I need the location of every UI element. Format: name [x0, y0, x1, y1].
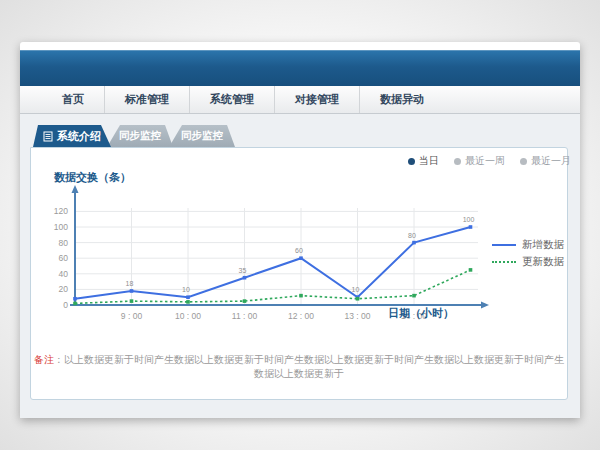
legend-label: 更新数据 — [522, 255, 564, 269]
solid-line-icon — [492, 244, 516, 246]
svg-text:60: 60 — [59, 253, 69, 263]
footnote-label: 备注 — [34, 354, 54, 365]
nav-item-data-change[interactable]: 数据异动 — [359, 86, 444, 113]
filter-label: 当日 — [419, 154, 439, 168]
svg-text:9 : 00: 9 : 00 — [121, 311, 143, 321]
tab-bar: 系统介绍 同步监控 同步监控 — [33, 125, 235, 147]
svg-text:13 : 00: 13 : 00 — [345, 311, 371, 321]
nav-item-standards[interactable]: 标准管理 — [104, 86, 189, 113]
svg-text:10 : 00: 10 : 00 — [175, 311, 201, 321]
svg-text:100: 100 — [463, 216, 475, 223]
filter-today[interactable]: 当日 — [408, 154, 439, 168]
tab-sync-monitor-1[interactable]: 同步监控 — [107, 125, 173, 147]
time-range-filters: 当日 最近一周 最近一月 — [408, 154, 571, 168]
tab-system-intro[interactable]: 系统介绍 — [33, 125, 111, 147]
svg-text:12 : 00: 12 : 00 — [288, 311, 314, 321]
y-axis-title: 数据交换（条） — [54, 170, 131, 185]
svg-text:10: 10 — [182, 286, 190, 293]
svg-text:80: 80 — [408, 232, 416, 239]
svg-text:60: 60 — [295, 247, 303, 254]
filter-label: 最近一月 — [531, 154, 571, 168]
main-nav: 首页 标准管理 系统管理 对接管理 数据异动 — [20, 86, 580, 114]
footnote-text: ：以上数据更新于时间产生数据以上数据更新于时间产生数据以上数据更新于时间产生数据… — [54, 354, 564, 379]
svg-text:20: 20 — [59, 284, 69, 294]
document-grid-icon — [43, 131, 53, 142]
svg-text:11 : 00: 11 : 00 — [232, 311, 258, 321]
nav-item-system[interactable]: 系统管理 — [189, 86, 274, 113]
svg-text:80: 80 — [59, 238, 69, 248]
svg-text:10: 10 — [352, 286, 360, 293]
svg-text:120: 120 — [54, 206, 68, 216]
radio-dot-icon — [454, 158, 461, 165]
legend-item-updated-data: 更新数据 — [492, 253, 564, 270]
footnote: 备注：以上数据更新于时间产生数据以上数据更新于时间产生数据以上数据更新于时间产生… — [30, 353, 568, 381]
svg-text:35: 35 — [239, 267, 247, 274]
legend-label: 新增数据 — [522, 238, 564, 252]
svg-text:100: 100 — [54, 222, 68, 232]
app-header: Synjones 新中新集团 数据资源中心 管理员 修改密码 — [20, 50, 580, 86]
svg-text:40: 40 — [59, 269, 69, 279]
svg-text:18: 18 — [126, 280, 134, 287]
tab-label: 系统介绍 — [57, 129, 101, 144]
tab-label: 同步监控 — [119, 129, 161, 143]
svg-text:0: 0 — [63, 300, 68, 310]
chart-legend: 新增数据 更新数据 — [492, 236, 564, 270]
page-background: Synjones 新中新集团 数据资源中心 管理员 修改密码 — [0, 0, 600, 450]
nav-item-integration[interactable]: 对接管理 — [274, 86, 359, 113]
nav-item-home[interactable]: 首页 — [42, 86, 104, 113]
dotted-line-icon — [492, 261, 516, 263]
radio-dot-icon — [408, 158, 415, 165]
x-axis-title: 日期（小时） — [388, 306, 454, 321]
filter-last-week[interactable]: 最近一周 — [454, 154, 505, 168]
tab-sync-monitor-2[interactable]: 同步监控 — [169, 125, 235, 147]
legend-item-new-data: 新增数据 — [492, 236, 564, 253]
radio-dot-icon — [520, 158, 527, 165]
tab-label: 同步监控 — [181, 129, 223, 143]
filter-last-month[interactable]: 最近一月 — [520, 154, 571, 168]
filter-label: 最近一周 — [465, 154, 505, 168]
